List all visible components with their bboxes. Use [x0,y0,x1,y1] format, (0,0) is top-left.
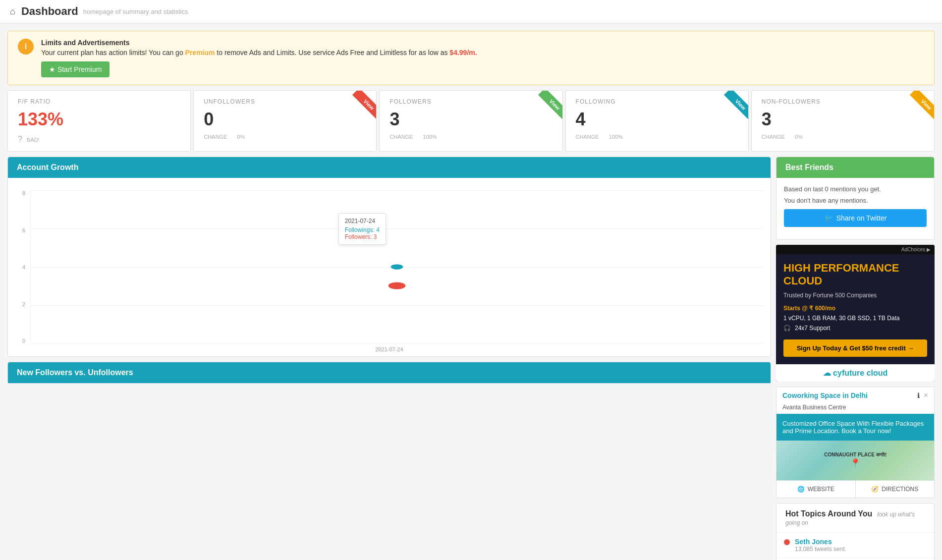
ad-price: Starts @ ₹ 600/mo [783,305,835,312]
tooltip-following: Followings: 4 [345,226,380,233]
best-friends-body: Based on last 0 mentions you get. You do… [776,178,934,239]
y-label-6: 6 [15,227,25,233]
ad-title-line2: PERFORMANCE [814,262,899,274]
stat-non-followers-change: CHANGE 0% [762,134,924,140]
followers-ribbon[interactable]: View [523,91,562,130]
hot-topics-panel: Hot Topics Around You look up what's goi… [776,503,935,560]
home-icon[interactable]: ⌂ [10,6,15,17]
main-content: Account Growth 8 6 4 2 0 [7,157,935,560]
alert-title: Limits and Advertisements [41,39,924,47]
best-friends-text1: Based on last 0 mentions you get. [784,185,927,193]
best-friends-text2: You don't have any mentions. [784,197,927,204]
ad-feature3-text: 24x7 Support [795,325,830,332]
stat-followers-change-value: 100% [423,134,437,140]
y-label-0: 0 [15,338,25,344]
hot-topic-seth-name[interactable]: Seth Jones [795,538,846,546]
account-growth-panel: Account Growth 8 6 4 2 0 [7,157,771,357]
coworking-header: Coworking Space in Delhi ℹ × [776,387,934,404]
tooltip-followers: Followers: 3 [345,233,380,240]
alert-message: Your current plan has action limits! You… [41,49,924,56]
ad-feature2-text: 1 vCPU, 1 GB RAM, 30 GB SSD, 1 TB Data [783,315,900,322]
hot-topic-seth-jones: Seth Jones 13,085 tweets sent. [776,533,934,558]
directions-icon: 🧭 [871,486,879,493]
coworking-close-icon[interactable]: × [924,391,928,400]
coworking-description: Customized Office Space With Flexible Pa… [776,414,934,441]
coworking-website-button[interactable]: 🌐 WEBSITE [776,481,856,498]
coworking-info-icon[interactable]: ℹ [917,392,920,399]
non-followers-ribbon[interactable]: View [894,91,934,130]
following-ribbon[interactable]: View [709,91,748,130]
coworking-title: Coworking Space in Delhi [782,392,868,399]
twitter-icon: 🐦 [824,214,832,222]
hot-topic-seth-count: 13,085 tweets sent. [795,546,846,553]
coworking-subtitle: Avanta Business Centre [776,404,934,414]
page-subtitle: homepage of summary and statistics [83,8,188,15]
alert-premium: Premium [185,49,215,56]
ad-title-line1: HIGH [783,262,811,274]
ad-subtitle: Trusted by Fortune 500 Companies [783,292,927,299]
alert-text-before: Your current plan has action limits! You… [41,49,185,56]
chart-svg [31,190,763,343]
ad-title: HIGH PERFORMANCE CLOUD [783,262,927,288]
y-label-4: 4 [15,264,25,270]
chart-y-axis: 8 6 4 2 0 [15,185,25,349]
stat-followers-change-label: CHANGE [389,134,413,140]
stat-following-change-value: 100% [609,134,623,140]
grid-line-0 [31,343,763,344]
y-label-8: 8 [15,190,25,196]
stat-non-followers: View NON-FOLLOWERS 3 CHANGE 0% [751,90,935,152]
hot-topics-title: Hot Topics Around You [785,509,872,518]
stat-followers-change: CHANGE 100% [389,134,552,140]
header: ⌂ Dashboard homepage of summary and stat… [0,0,942,23]
ad-body: HIGH PERFORMANCE CLOUD Trusted by Fortun… [776,254,935,364]
start-premium-button[interactable]: ★ Start Premium [41,61,110,77]
left-panel: Account Growth 8 6 4 2 0 [7,157,771,560]
best-friends-panel: Best Friends Based on last 0 mentions yo… [776,157,935,240]
alert-text-after: to remove Ads and Limits. Use service Ad… [215,49,449,56]
ad-cta-button[interactable]: Sign Up Today & Get $50 free credit → [783,339,927,357]
coworking-directions-button[interactable]: 🧭 DIRECTIONS [856,481,935,498]
svg-point-1 [391,264,403,269]
stat-ff-ratio-value: 133% [18,109,180,130]
ad-feature2: 1 vCPU, 1 GB RAM, 30 GB SSD, 1 TB Data [783,315,927,322]
hot-topic-seth-content: Seth Jones 13,085 tweets sent. [795,538,846,553]
stat-unfollowers-change-value: 0% [237,134,245,140]
stat-ff-ratio-label: F/F RATIO [18,98,180,105]
hot-topics-header: Hot Topics Around You look up what's goi… [776,504,934,533]
stat-following-change: CHANGE 100% [576,134,738,140]
ad-card: AdChoices ▶ HIGH PERFORMANCE CLOUD Trust… [776,245,935,382]
unfollowers-ribbon[interactable]: View [336,91,376,130]
map-text: CONNAUGHT PLACE कनॉट [824,452,886,458]
chart-area: 2021-07-24 Followings: 4 Followers: 3 [30,190,763,344]
stat-non-followers-change-label: CHANGE [762,134,785,140]
stats-row: F/F RATIO 133% ? BAD! View UNFOLLOWERS 0… [7,90,935,152]
best-friends-header: Best Friends [776,157,934,178]
coworking-map: CONNAUGHT PLACE कनॉट 📍 [776,441,934,480]
alert-content: Limits and Advertisements Your current p… [41,39,924,77]
stat-non-followers-change-value: 0% [795,134,803,140]
coworking-website-label: WEBSITE [808,486,834,493]
stat-ff-bad: BAD! [27,137,40,143]
coworking-directions-label: DIRECTIONS [882,486,918,493]
new-followers-panel: New Followers vs. Unfollowers [7,362,771,384]
right-panel: Best Friends Based on last 0 mentions yo… [776,157,935,560]
chart-container: 8 6 4 2 0 [15,185,763,349]
coworking-buttons: 🌐 WEBSITE 🧭 DIRECTIONS [776,480,934,498]
following-ribbon-label: View [724,91,748,121]
ad-choices[interactable]: AdChoices ▶ [776,245,935,254]
share-twitter-button[interactable]: 🐦 Share on Twitter [784,209,927,227]
ad-brand: ☁ cyfuture cloud [776,364,935,382]
hot-topic-dot-red [784,539,790,545]
stat-ff-ratio: F/F RATIO 133% ? BAD! [7,90,191,152]
stat-question-icon[interactable]: ? [18,135,22,144]
alert-icon: i [18,39,34,55]
y-label-2: 2 [15,301,25,307]
followers-ribbon-label: View [538,91,562,121]
tooltip-date: 2021-07-24 [345,218,380,224]
account-growth-header: Account Growth [8,157,771,178]
stat-following: View FOLLOWING 4 CHANGE 100% [565,90,749,152]
stat-unfollowers: View UNFOLLOWERS 0 CHANGE 0% [193,90,377,152]
stat-unfollowers-change-label: CHANGE [204,134,227,140]
ad-title-line3: CLOUD [783,275,822,287]
svg-point-2 [388,282,405,289]
